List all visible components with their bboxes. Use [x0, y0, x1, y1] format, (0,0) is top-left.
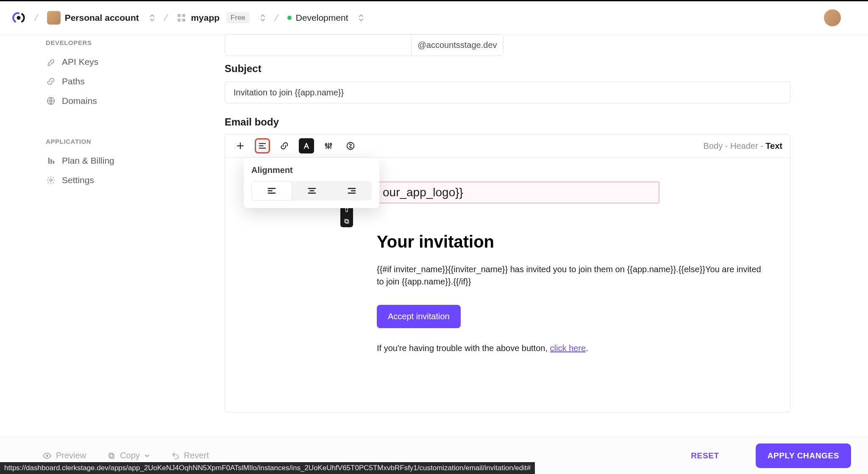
app-selector[interactable]: myapp Free: [176, 12, 266, 23]
svg-rect-6: [48, 158, 50, 164]
toolbar-sliders-button[interactable]: [321, 138, 336, 153]
email-body-editor: Body - Header - Text Alignment: [225, 134, 790, 413]
align-center-button[interactable]: [292, 181, 332, 201]
sidebar-item-label: API Keys: [62, 57, 98, 67]
alignment-options: [251, 181, 372, 201]
svg-rect-1: [178, 14, 181, 17]
toolbar-add-button[interactable]: [233, 138, 248, 153]
preview-label: Preview: [56, 451, 86, 460]
sidebar: DEVELOPERS API Keys Paths Domains APPLIC…: [0, 35, 161, 190]
subject-input[interactable]: Invitation to join {{app.name}}: [225, 81, 790, 103]
chevron-updown-icon: [358, 14, 364, 22]
billing-icon: [46, 156, 56, 166]
sidebar-item-label: Domains: [62, 96, 97, 106]
align-right-button[interactable]: [332, 181, 372, 201]
svg-rect-7: [50, 159, 52, 164]
gear-icon: [46, 175, 56, 185]
popover-title: Alignment: [251, 165, 372, 175]
email-paragraph[interactable]: {{#if inviter_name}}{{inviter_name}} has…: [377, 263, 765, 288]
globe-icon: [46, 96, 56, 106]
copy-button[interactable]: Copy: [107, 451, 150, 460]
svg-point-9: [50, 179, 52, 181]
sidebar-item-settings[interactable]: Settings: [46, 170, 151, 190]
svg-point-10: [325, 144, 327, 145]
link-icon: [46, 76, 56, 86]
header-bar: / Personal account / myapp Free / Develo…: [0, 0, 868, 35]
env-name-label: Development: [296, 13, 348, 23]
email-domain-suffix: @accountsstage.dev: [412, 34, 503, 56]
svg-rect-17: [110, 454, 114, 458]
plan-badge: Free: [226, 12, 250, 23]
email-domain-input-group: @accountsstage.dev: [225, 34, 504, 56]
chevron-updown-icon: [149, 14, 155, 22]
main-content: @accountsstage.dev Subject Invitation to…: [182, 35, 868, 432]
toolbar-link-button[interactable]: [277, 138, 292, 153]
accept-invitation-button[interactable]: Accept invitation: [377, 305, 461, 328]
env-selector[interactable]: Development: [287, 13, 364, 23]
svg-rect-15: [345, 219, 348, 222]
sidebar-section-developers: DEVELOPERS: [46, 39, 151, 46]
key-icon: [46, 57, 56, 67]
toolbar-text-style-button[interactable]: [299, 138, 314, 153]
breadcrumb-part[interactable]: Header: [730, 141, 758, 151]
svg-rect-8: [53, 161, 55, 164]
revert-label: Revert: [184, 451, 209, 460]
svg-rect-3: [178, 19, 181, 22]
svg-rect-4: [182, 19, 185, 22]
email-heading[interactable]: Your invitation: [377, 232, 765, 251]
svg-point-11: [328, 146, 329, 148]
sidebar-item-plan-billing[interactable]: Plan & Billing: [46, 151, 151, 170]
app-grid-icon: [176, 13, 186, 23]
breadcrumb-separator: /: [270, 11, 283, 25]
trouble-link[interactable]: click here: [550, 343, 586, 353]
svg-point-12: [330, 143, 331, 145]
sidebar-item-domains[interactable]: Domains: [46, 91, 151, 111]
breadcrumb-separator: /: [30, 11, 42, 25]
subject-value: Invitation to join {{app.name}}: [234, 88, 344, 98]
breadcrumb-part[interactable]: Body: [704, 141, 723, 151]
email-local-input[interactable]: [225, 34, 412, 56]
revert-button[interactable]: Revert: [171, 451, 209, 460]
breadcrumb-separator: /: [159, 11, 172, 25]
toolbar-variable-button[interactable]: [343, 138, 358, 153]
duplicate-block-icon[interactable]: [343, 218, 350, 225]
account-label: Personal account: [65, 13, 139, 23]
app-name-label: myapp: [191, 13, 220, 23]
align-left-button[interactable]: [251, 181, 292, 201]
apply-changes-button[interactable]: APPLY CHANGES: [756, 443, 851, 468]
trouble-prefix: If you're having trouble with the above …: [377, 343, 550, 353]
sidebar-item-api-keys[interactable]: API Keys: [46, 52, 151, 72]
sidebar-section-application: APPLICATION: [46, 138, 151, 145]
sidebar-item-label: Paths: [62, 76, 85, 86]
svg-point-16: [46, 454, 48, 457]
copy-label: Copy: [120, 451, 140, 460]
browser-status-url: https://dashboard.clerkstage.dev/apps/ap…: [0, 462, 535, 474]
account-selector[interactable]: Personal account: [47, 11, 155, 25]
email-preview-content: Your invitation {{#if inviter_name}}{{in…: [377, 232, 765, 353]
alignment-popover: Alignment: [244, 158, 379, 208]
undo-icon: [171, 452, 180, 460]
user-avatar[interactable]: [824, 9, 841, 26]
body-label: Email body: [225, 116, 826, 128]
toolbar-alignment-button[interactable]: [255, 138, 270, 153]
svg-point-0: [17, 16, 21, 20]
email-trouble-line[interactable]: If you're having trouble with the above …: [377, 343, 765, 353]
account-avatar-icon: [47, 11, 61, 25]
chevron-down-icon: [144, 453, 150, 459]
logo-placeholder-block[interactable]: our_app_logo}}: [352, 181, 659, 204]
eye-icon: [42, 451, 52, 460]
svg-rect-2: [182, 14, 185, 17]
sidebar-item-label: Plan & Billing: [62, 156, 114, 166]
trouble-suffix: .: [586, 343, 588, 353]
brand-logo-icon[interactable]: [12, 11, 25, 25]
breadcrumb-current: Text: [765, 141, 782, 151]
subject-label: Subject: [225, 63, 826, 75]
chevron-updown-icon: [260, 14, 266, 22]
sidebar-item-paths[interactable]: Paths: [46, 72, 151, 91]
reset-button[interactable]: RESET: [691, 451, 719, 460]
editor-toolbar: Body - Header - Text Alignment: [225, 134, 790, 158]
footer-left: Preview Copy Revert: [42, 451, 209, 460]
sidebar-item-label: Settings: [62, 175, 94, 185]
preview-button[interactable]: Preview: [42, 451, 86, 460]
editor-breadcrumb: Body - Header - Text: [704, 141, 782, 151]
